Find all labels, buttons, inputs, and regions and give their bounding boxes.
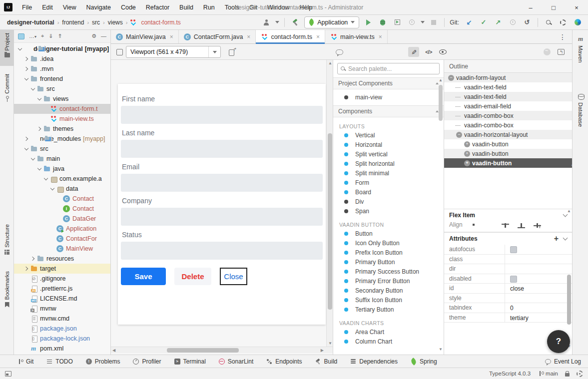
outline-expander-icon[interactable] xyxy=(464,141,470,147)
lock-icon[interactable] xyxy=(565,373,570,377)
tool-window-button[interactable]: Endpoints xyxy=(266,358,302,365)
form-field[interactable]: Status xyxy=(121,231,323,260)
outline-expander-icon[interactable] xyxy=(456,94,462,100)
edit-mode-button[interactable]: ✎ xyxy=(408,47,419,57)
tree-chevron-icon[interactable] xyxy=(56,216,62,222)
tree-chevron-icon[interactable] xyxy=(49,226,55,232)
tree-chevron-icon[interactable] xyxy=(49,236,55,242)
code-with-me-button[interactable] xyxy=(572,17,583,28)
tree-row[interactable]: mvnw xyxy=(14,304,110,314)
tree-chevron-icon[interactable] xyxy=(23,136,29,142)
code-mode-button[interactable]: </> xyxy=(423,47,434,57)
tree-row[interactable]: Application xyxy=(14,224,110,234)
tree-chevron-icon[interactable] xyxy=(23,296,29,302)
tool-window-button[interactable]: Spring xyxy=(411,358,437,365)
preview-mode-button[interactable] xyxy=(437,47,448,57)
tree-row[interactable]: themes xyxy=(14,124,110,134)
run-with-coverage-button[interactable] xyxy=(392,17,403,28)
palette-row[interactable]: Div xyxy=(333,197,444,206)
form-button[interactable]: Close xyxy=(220,268,247,285)
palette-row[interactable]: Vertical xyxy=(333,130,444,140)
tree-row[interactable]: com.example.a xyxy=(14,174,110,184)
align-option-icon[interactable] xyxy=(517,222,526,229)
chevron-down-icon[interactable] xyxy=(275,21,279,23)
palette-row[interactable]: Project Components xyxy=(333,77,444,89)
tree-row[interactable]: target xyxy=(14,264,110,274)
breadcrumb-item[interactable]: designer-tutorial xyxy=(6,19,55,26)
close-tab-icon[interactable]: × xyxy=(170,33,173,40)
outline-row[interactable]: vaadin-email-field xyxy=(444,101,572,111)
menu-item[interactable]: Edit xyxy=(37,2,57,12)
palette-row[interactable]: main-view xyxy=(333,89,444,105)
panel-settings-icon[interactable]: ⚙ xyxy=(91,33,96,39)
palette-row[interactable]: Area Chart xyxy=(333,327,444,337)
editor-tab[interactable]: main-view.ts × xyxy=(325,30,388,43)
tree-chevron-icon[interactable] xyxy=(23,56,29,62)
tree-chevron-icon[interactable] xyxy=(49,186,55,192)
breadcrumb-file[interactable]: contact-form.ts xyxy=(129,19,180,26)
palette-row[interactable]: Button xyxy=(333,229,444,238)
outline-expander-icon[interactable] xyxy=(456,84,462,90)
help-button[interactable]: ? xyxy=(547,330,570,353)
attribute-value[interactable] xyxy=(505,245,572,254)
palette-row[interactable]: Primary Error Button xyxy=(333,276,444,286)
tree-row[interactable]: MainView xyxy=(14,244,110,254)
expand-all-icon[interactable]: ⇓ xyxy=(48,33,53,39)
tree-chevron-icon[interactable] xyxy=(30,86,36,92)
tree-chevron-icon[interactable] xyxy=(17,46,23,52)
breadcrumb-item[interactable]: src xyxy=(91,19,101,26)
outline-row[interactable]: vaadin-button xyxy=(444,158,572,168)
palette-row[interactable]: Prefix Icon Button xyxy=(333,248,444,257)
editor-tab[interactable]: ContactForm.java × xyxy=(179,30,256,43)
close-tab-icon[interactable]: × xyxy=(379,33,382,40)
palette-row[interactable]: Board xyxy=(333,187,444,197)
run-configuration-select[interactable]: Application xyxy=(304,16,359,28)
attribute-value[interactable] xyxy=(505,255,572,264)
tool-tab-commit[interactable]: Commit xyxy=(0,71,14,110)
collapse-all-icon[interactable]: ⇑ xyxy=(57,33,62,39)
tree-chevron-icon[interactable] xyxy=(23,316,29,322)
scrollbar-thumb[interactable] xyxy=(567,275,571,325)
outline-expander-icon[interactable] xyxy=(464,160,470,166)
settings-button[interactable] xyxy=(558,17,569,28)
palette-scrollbar[interactable]: ▲ ▼ xyxy=(439,78,443,352)
tool-window-button[interactable]: Build xyxy=(315,358,338,365)
field-input[interactable] xyxy=(121,106,323,124)
tree-row[interactable]: mvnw.cmd xyxy=(14,314,110,324)
canvas-horizontal-scrollbar[interactable]: ◀ ▶ xyxy=(111,347,333,353)
tree-row[interactable]: .mvn xyxy=(14,64,110,74)
scrollbar-thumb[interactable] xyxy=(439,85,443,121)
open-in-window-button[interactable] xyxy=(556,47,567,57)
scrollbar-thumb[interactable] xyxy=(328,133,332,310)
tree-row[interactable]: Contact xyxy=(14,204,110,214)
tool-window-button[interactable]: Dependencies xyxy=(350,358,398,365)
palette-row[interactable]: Form xyxy=(333,178,444,187)
menu-item[interactable]: Code xyxy=(116,2,140,12)
palette-row[interactable]: Split vertical xyxy=(333,149,444,159)
select-opened-file-button[interactable] xyxy=(18,33,24,39)
tree-row[interactable]: main-view.ts xyxy=(14,114,110,124)
run-button[interactable] xyxy=(363,17,374,28)
attribute-row[interactable]: theme tertiary xyxy=(444,313,572,323)
view-options-button[interactable]: …▾ xyxy=(29,33,36,39)
form-field[interactable]: First name xyxy=(121,95,323,124)
outline-row[interactable]: vaadin-button xyxy=(444,139,572,149)
feedback-button[interactable] xyxy=(334,47,345,57)
event-log-button[interactable]: Event Log xyxy=(545,358,581,365)
tree-row[interactable]: package.json xyxy=(14,324,110,334)
profiler-button[interactable] xyxy=(406,17,417,28)
field-input[interactable] xyxy=(121,140,323,158)
form-button[interactable]: Save xyxy=(121,268,166,285)
tree-row[interactable]: views xyxy=(14,94,110,104)
tree-chevron-icon[interactable] xyxy=(56,206,62,212)
tree-row[interactable]: Contact xyxy=(14,194,110,204)
menu-item[interactable]: Run xyxy=(199,2,219,12)
palette-search[interactable] xyxy=(337,63,440,74)
outline-expander-icon[interactable] xyxy=(448,75,454,81)
scroll-down-icon[interactable]: ▼ xyxy=(328,341,332,346)
palette-row[interactable]: VAADIN CHARTS xyxy=(333,314,444,327)
tree-chevron-icon[interactable] xyxy=(23,76,29,82)
tree-chevron-icon[interactable] xyxy=(43,106,49,112)
tree-row[interactable]: src xyxy=(14,84,110,94)
tool-window-switcher-icon[interactable] xyxy=(5,371,11,377)
